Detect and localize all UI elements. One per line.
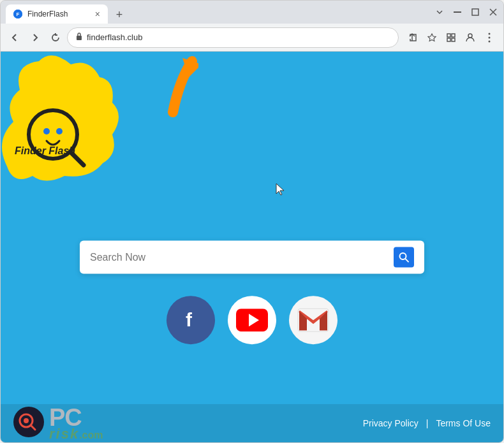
svg-point-15 [489,40,491,42]
menu-button[interactable] [480,29,498,47]
toolbar-actions [404,29,498,47]
forward-button[interactable] [26,29,44,47]
svg-rect-2 [454,11,461,13]
mouse-cursor [275,182,288,200]
svg-point-30 [24,418,29,423]
chevron-down-icon [434,7,445,17]
svg-text:F: F [17,11,20,17]
pcrisk-dotcom-text: .com [79,430,103,441]
tab-title: FinderFlash [27,10,90,18]
bookmark-button[interactable] [423,29,441,47]
title-bar: F FinderFlash × + [1,1,503,24]
share-button[interactable] [404,29,422,47]
profile-button[interactable] [461,29,479,47]
privacy-policy-link[interactable]: Privacy Policy [363,418,419,428]
toolbar: finderflash.club [1,24,503,52]
svg-line-23 [406,259,409,262]
footer-divider: | [426,418,429,428]
pcrisk-icon [13,407,44,437]
svg-rect-3 [472,9,478,15]
orange-arrow [128,55,198,121]
refresh-button[interactable] [47,29,64,47]
svg-rect-10 [447,38,450,41]
tab-area: F FinderFlash × + [6,1,432,24]
svg-point-20 [56,128,63,134]
new-tab-button[interactable]: + [110,6,128,24]
svg-point-14 [489,36,491,38]
svg-point-28 [13,407,44,437]
svg-rect-8 [447,34,450,37]
address-bar[interactable]: finderflash.club [67,27,399,48]
terms-of-use-link[interactable]: Terms Of Use [436,418,491,428]
svg-rect-6 [77,36,82,40]
svg-point-12 [468,34,472,38]
svg-rect-11 [452,38,455,41]
browser-window: F FinderFlash × + [0,0,504,443]
active-tab[interactable]: F FinderFlash × [6,4,108,24]
svg-marker-7 [428,34,436,41]
facebook-button[interactable]: f [167,296,215,344]
logo-area: Finder Flash [1,52,128,179]
svg-text:f: f [186,309,193,330]
svg-rect-9 [452,34,455,37]
maximize-button[interactable] [470,7,480,17]
search-submit-button[interactable] [394,247,414,267]
close-button[interactable] [488,7,498,17]
tab-favicon: F [13,10,22,18]
svg-point-13 [489,33,491,34]
logo-text: Finder Flash [15,145,75,157]
cloud-logo-svg [1,52,122,185]
extensions-button[interactable] [442,29,460,47]
youtube-button[interactable] [228,296,276,344]
lock-icon [75,32,83,43]
tab-close-button[interactable]: × [95,10,100,18]
social-icons-container: f [167,296,337,344]
footer-links: Privacy Policy | Terms Of Use [363,418,491,428]
gmail-button[interactable] [289,296,337,344]
window-controls [434,7,498,17]
url-text: finderflash.club [87,33,390,42]
search-container [80,240,424,273]
main-content: Finder Flash [1,52,503,442]
search-input[interactable] [90,251,394,263]
minimize-button[interactable] [452,7,463,17]
svg-point-19 [43,128,50,134]
pcrisk-risk-text: risk [49,426,79,442]
search-bar[interactable] [80,240,424,273]
pcrisk-logo: PC risk .com [13,405,103,442]
footer: PC risk .com Privacy Policy | Terms Of U… [1,404,503,442]
back-button[interactable] [6,29,24,47]
